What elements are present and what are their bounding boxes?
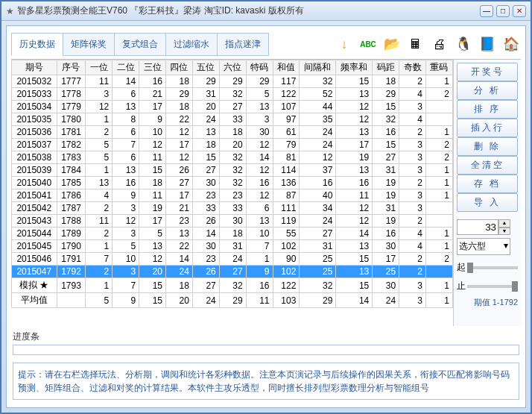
table-row[interactable]: 201503717825712171820127924171532	[12, 139, 453, 151]
home-icon[interactable]: 🏠	[501, 34, 521, 54]
table-row[interactable]: 模拟 ★179317151827321612232153031	[12, 278, 453, 293]
tab-1[interactable]: 矩阵保奖	[63, 33, 115, 56]
column-header[interactable]: 和值	[273, 60, 300, 75]
spinner-down[interactable]: ▼	[498, 228, 510, 236]
table-row[interactable]: 201503217771114161829292911732151821	[12, 75, 453, 88]
right-panel: 开奖号分 析排 序插入行删 除全清空存 档导 入 ▲ ▼ 选六型 ▾ 起	[454, 60, 521, 326]
table-row[interactable]: 201503517801892224333973512324	[12, 113, 453, 126]
column-header[interactable]: 四位	[166, 60, 193, 75]
column-header[interactable]: 码距	[373, 60, 399, 75]
tab-3[interactable]: 过滤缩水	[165, 33, 218, 56]
table-row[interactable]: 201503817835611121532148112192732	[12, 151, 453, 164]
calc-icon[interactable]: 🖩	[406, 34, 425, 54]
table-row[interactable]: 20150421787231921333361113412313	[12, 202, 453, 215]
start-slider[interactable]	[467, 266, 518, 269]
table-row[interactable]: 201504117864911172323128740111931	[12, 189, 453, 202]
window-title: 智多星彩票预测全能王V760 『彩王科技』梁涛 淘宝ID: kavaski 版权…	[17, 4, 480, 17]
titlebar: ★ 智多星彩票预测全能王V760 『彩王科技』梁涛 淘宝ID: kavaski …	[1, 1, 531, 21]
down-arrow-icon[interactable]: ↓	[335, 34, 354, 54]
table-row[interactable]: 20150431788111217232630131192412192	[12, 215, 453, 228]
table-row[interactable]: 20150341779121317182027131074412153	[12, 101, 453, 113]
abc-check-icon[interactable]: ABC	[358, 34, 378, 54]
data-table: 期号序号一位二位三位四位五位六位特码和值间隔和频率和码距奇数重码 2015032…	[11, 60, 453, 308]
column-header[interactable]: 序号	[57, 60, 86, 75]
column-header[interactable]: 六位	[219, 60, 246, 75]
column-header[interactable]: 一位	[86, 60, 113, 75]
slider-start-label: 起	[457, 261, 466, 274]
table-row[interactable]: 20150441789235131418105527141641	[12, 228, 453, 240]
table-row[interactable]: 20150471792232024262791022513252	[12, 266, 453, 278]
column-header[interactable]: 特码	[246, 60, 273, 75]
column-header[interactable]: 期号	[12, 60, 57, 75]
action-button[interactable]: 全清空	[457, 156, 518, 175]
spinner-up[interactable]: ▲	[498, 219, 510, 228]
type-combo[interactable]: 选六型 ▾	[457, 238, 510, 255]
action-button[interactable]: 分 析	[457, 81, 518, 100]
action-button[interactable]: 开奖号	[457, 63, 518, 81]
hint-text: 提示：请在右栏选择玩法、分析期，调阅和统计各彩种数据。注意本页演记录与后续操作的…	[13, 363, 519, 400]
chevron-down-icon: ▾	[504, 240, 508, 253]
tab-2[interactable]: 复式组合	[114, 33, 166, 56]
column-header[interactable]: 间隔和	[300, 60, 336, 75]
progress-bar	[13, 345, 519, 355]
toolbar: 历史数据矩阵保奖复式组合过滤缩水指点迷津 ↓ABC📂🖩🖨🐧📘🏠	[11, 31, 521, 57]
table-row[interactable]: 201504017851316182730321613616161921	[12, 177, 453, 189]
close-button[interactable]: ✕	[513, 5, 526, 17]
spinner-input[interactable]	[457, 219, 498, 235]
table-row[interactable]: 201504617917101214232419025151722	[12, 253, 453, 266]
number-spinner[interactable]: ▲ ▼	[457, 219, 518, 235]
column-header[interactable]: 二位	[113, 60, 139, 75]
table-row[interactable]: 20150391784113152627321211437133131	[12, 164, 453, 177]
column-header[interactable]: 重码	[425, 60, 452, 75]
table-row[interactable]: 201503617812610121318306124131621	[12, 126, 453, 139]
end-slider[interactable]	[467, 285, 518, 288]
action-button[interactable]: 插入行	[457, 119, 518, 137]
action-button[interactable]: 存 档	[457, 175, 518, 193]
action-button[interactable]: 导 入	[457, 193, 518, 212]
qq-icon[interactable]: 🐧	[454, 34, 473, 54]
data-table-wrap[interactable]: 期号序号一位二位三位四位五位六位特码和值间隔和频率和码距奇数重码 2015032…	[11, 60, 454, 326]
action-button[interactable]: 删 除	[457, 137, 518, 156]
app-icon: ★	[6, 6, 14, 16]
book-icon[interactable]: 📘	[478, 34, 497, 54]
main-window: ★ 智多星彩票预测全能王V760 『彩王科技』梁涛 淘宝ID: kavaski …	[0, 0, 532, 414]
print-icon[interactable]: 🖨	[430, 34, 449, 54]
open-icon[interactable]: 📂	[382, 34, 402, 54]
minimize-button[interactable]: —	[480, 5, 493, 17]
column-header[interactable]: 五位	[192, 60, 219, 75]
range-info: 期值 1-1792	[457, 297, 518, 308]
column-header[interactable]: 频率和	[336, 60, 373, 75]
column-header[interactable]: 奇数	[399, 60, 426, 75]
action-button[interactable]: 排 序	[457, 100, 518, 119]
table-row[interactable]: 平均值59152024291110329142431	[12, 293, 453, 308]
progress-label: 进度条	[13, 330, 519, 343]
maximize-button[interactable]: □	[496, 5, 510, 17]
table-row[interactable]: 201504517901513223031710231133041	[12, 240, 453, 253]
tab-0[interactable]: 历史数据	[11, 33, 63, 56]
column-header[interactable]: 三位	[139, 60, 166, 75]
slider-end-label: 止	[457, 280, 466, 292]
table-row[interactable]: 201503317783621293132512252132942	[12, 88, 453, 101]
tab-4[interactable]: 指点迷津	[217, 33, 269, 56]
